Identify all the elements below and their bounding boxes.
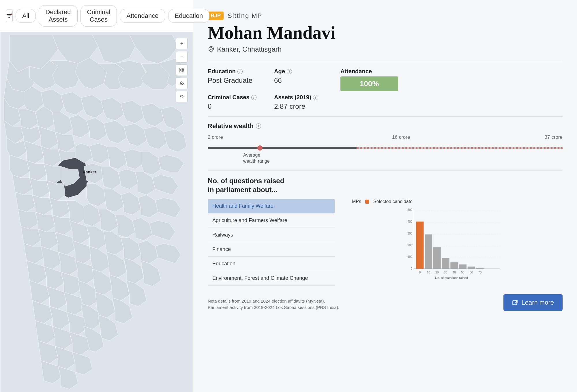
footer-note: Neta details from 2019 and 2024 election…: [208, 298, 503, 311]
bar-mp-5: [459, 264, 467, 269]
svg-text:10: 10: [427, 271, 430, 274]
mp-name: Mohan Mandavi: [208, 23, 563, 42]
bar-mp-1: [425, 234, 432, 269]
svg-rect-7: [182, 68, 184, 70]
svg-text:100: 100: [407, 255, 412, 258]
wealth-low-label: 2 crore: [208, 134, 223, 140]
questions-layout: Health and Family Welfare Agriculture an…: [208, 199, 563, 286]
criminal-cases-stat: Criminal Cases i 0: [208, 94, 265, 110]
criminal-cases-label: Criminal Cases: [208, 94, 250, 101]
wealth-labels: 2 crore 16 crore 37 crore: [208, 134, 563, 140]
questions-list: Health and Family Welfare Agriculture an…: [208, 199, 335, 286]
question-item-education[interactable]: Education: [208, 257, 335, 271]
education-value: Post Graduate: [208, 76, 265, 85]
bar-selected: [416, 222, 424, 269]
fullscreen-button[interactable]: [176, 64, 188, 76]
svg-text:50: 50: [461, 271, 464, 274]
learn-more-icon: [512, 299, 518, 306]
question-item-environment[interactable]: Environment, Forest and Climate Change: [208, 271, 335, 286]
svg-text:20: 20: [435, 271, 439, 274]
map-container: Kanker + −: [0, 32, 193, 392]
filter-attendance-button[interactable]: Attendance: [120, 9, 165, 23]
legend-mps-label: MPs: [352, 199, 361, 204]
legend-selected-dot: [365, 200, 369, 204]
assets-info-icon[interactable]: i: [313, 95, 318, 100]
bar-mp-7: [476, 267, 484, 269]
age-stat: Age i 66: [274, 68, 332, 91]
stats-row2: Criminal Cases i 0 Assets (2019) i 2.87 …: [208, 94, 563, 110]
bar-mp-3: [442, 258, 449, 269]
wealth-filled: [208, 147, 357, 149]
svg-rect-9: [182, 71, 184, 72]
zoom-out-button[interactable]: −: [176, 51, 188, 63]
attendance-stat: Attendance 100%: [340, 68, 563, 91]
learn-more-button[interactable]: Learn more: [503, 294, 563, 311]
svg-text:300: 300: [407, 232, 412, 235]
svg-rect-6: [180, 68, 181, 70]
age-info-icon[interactable]: i: [287, 69, 292, 74]
reset-button[interactable]: [176, 91, 188, 102]
svg-text:500: 500: [407, 208, 412, 211]
criminal-cases-value: 0: [208, 102, 265, 110]
divider-1: [208, 62, 563, 62]
location-icon: [208, 46, 215, 53]
svg-text:400: 400: [407, 220, 412, 223]
questions-header: No. of questions raisedin parliament abo…: [208, 176, 563, 194]
questions-section: No. of questions raisedin parliament abo…: [208, 176, 563, 285]
divider-2: [208, 116, 563, 117]
assets-label: Assets (2019): [274, 94, 311, 101]
learn-more-label: Learn more: [521, 299, 554, 306]
wealth-dashed-line: [357, 147, 563, 149]
question-item-health[interactable]: Health and Family Welfare: [208, 199, 335, 213]
bar-mp-2: [433, 247, 441, 269]
kanker-map-label: Kanker: [83, 170, 97, 174]
svg-text:No. of questions raised: No. of questions raised: [435, 276, 468, 279]
wealth-info-icon[interactable]: i: [256, 123, 261, 129]
svg-text:60: 60: [470, 271, 473, 274]
legend-selected-label: Selected candidate: [373, 199, 413, 204]
zoom-in-button[interactable]: +: [176, 38, 188, 49]
chart-area: MPs Selected candidate 500 400 300 2: [340, 199, 563, 286]
divider-3: [208, 170, 563, 170]
location-text: Kanker, Chhattisgarh: [217, 45, 282, 53]
age-label: Age: [274, 68, 285, 75]
svg-rect-8: [180, 71, 181, 72]
filter-all-button[interactable]: All: [16, 9, 36, 23]
wealth-dot: [257, 145, 263, 151]
wealth-title-text: Relative wealth: [208, 122, 254, 130]
criminal-cases-info-icon[interactable]: i: [251, 95, 256, 100]
education-label: Education: [208, 68, 236, 75]
right-panel: BJP Sitting MP Mohan Mandavi Kanker, Chh…: [193, 0, 577, 392]
assets-stat: Assets (2019) i 2.87 crore: [274, 94, 563, 110]
attendance-value: 100%: [340, 76, 398, 91]
wealth-chart: Averagewealth range: [208, 141, 563, 164]
svg-text:0: 0: [419, 271, 421, 274]
filter-criminal-cases-button[interactable]: Criminal Cases: [80, 5, 117, 27]
education-info-icon[interactable]: i: [237, 69, 243, 74]
wealth-high-label: 37 crore: [545, 134, 563, 140]
wealth-avg-label: Averagewealth range: [243, 152, 270, 164]
age-value: 66: [274, 76, 332, 85]
question-item-finance[interactable]: Finance: [208, 242, 335, 257]
bar-mp-4: [450, 262, 458, 269]
filter-icon-button[interactable]: [6, 10, 13, 22]
svg-rect-39: [513, 301, 517, 305]
question-item-agriculture[interactable]: Agriculture and Farmers Welfare: [208, 213, 335, 228]
footer-row: Neta details from 2019 and 2024 election…: [208, 291, 563, 311]
filter-bar: All Declared Assets Criminal Cases Atten…: [0, 0, 193, 32]
filter-declared-assets-button[interactable]: Declared Assets: [39, 5, 77, 27]
svg-text:40: 40: [453, 271, 456, 274]
svg-text:200: 200: [407, 243, 412, 247]
bar-mp-6: [468, 267, 475, 269]
stats-grid: Education i Post Graduate Age i 66 Atten…: [208, 68, 563, 91]
left-panel: All Declared Assets Criminal Cases Atten…: [0, 0, 193, 392]
attendance-label: Attendance: [340, 68, 372, 75]
locate-button[interactable]: [176, 78, 188, 89]
question-item-railways[interactable]: Railways: [208, 228, 335, 242]
chart-legend: MPs Selected candidate: [352, 199, 563, 204]
education-stat: Education i Post Graduate: [208, 68, 265, 91]
filter-education-button[interactable]: Education: [168, 9, 210, 23]
wealth-title: Relative wealth i: [208, 122, 563, 130]
wealth-mid-label: 16 crore: [392, 134, 410, 140]
svg-point-11: [181, 83, 182, 84]
